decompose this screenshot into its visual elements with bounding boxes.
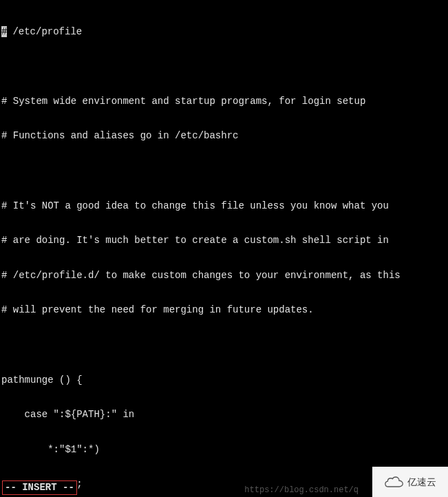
code-line: # System wide environment and startup pr… <box>1 96 447 107</box>
terminal-editor[interactable]: # /etc/profile # System wide environment… <box>0 0 448 497</box>
code-line: # /etc/profile <box>1 26 447 38</box>
code-line: # are doing. It's much better to create … <box>1 235 447 246</box>
watermark-brand-text: 亿速云 <box>407 476 436 488</box>
vim-mode-indicator: -- INSERT -- <box>2 480 77 495</box>
code-line: # Functions and aliases go in /etc/bashr… <box>1 130 447 142</box>
cloud-icon <box>385 476 404 488</box>
code-line: case ":${PATH}:" in <box>1 409 447 421</box>
code-line: *:"$1":*) <box>1 444 447 456</box>
code-line: pathmunge () { <box>1 374 447 386</box>
code-text: /etc/profile <box>7 26 82 37</box>
code-line <box>1 165 447 177</box>
watermark-url: https://blog.csdn.net/q <box>244 485 359 495</box>
code-line: # It's NOT a good idea to change this fi… <box>1 200 447 212</box>
watermark-logo: 亿速云 <box>372 467 448 497</box>
code-line: # /etc/profile.d/ to make custom changes… <box>1 270 447 282</box>
code-line: # will prevent the need for merging in f… <box>1 304 447 316</box>
cursor: # <box>1 26 7 38</box>
code-line <box>1 339 447 351</box>
code-line <box>1 61 447 72</box>
